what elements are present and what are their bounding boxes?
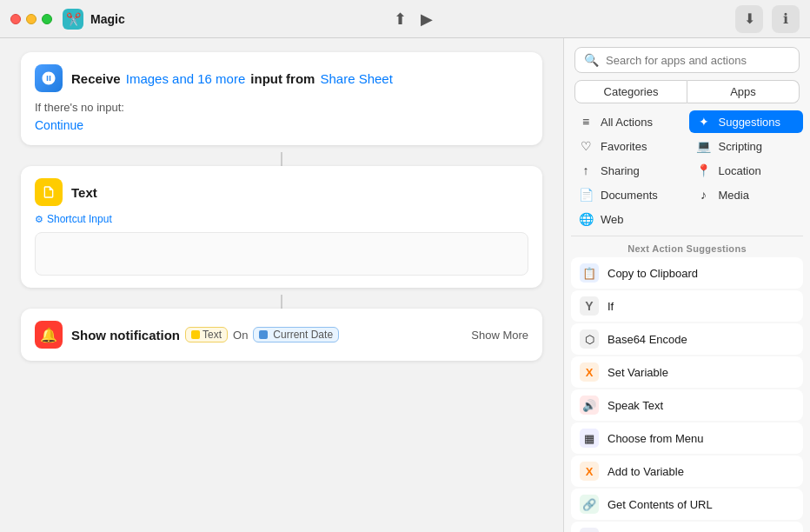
suggestion-speak-text[interactable]: 🔊 Speak Text — [571, 389, 803, 421]
set-variable-label: Set Variable — [608, 366, 668, 379]
connector-1 — [281, 152, 282, 166]
receive-card-header: Receive Images and 16 more input from Sh… — [35, 64, 528, 92]
receive-share-sheet[interactable]: Share Sheet — [320, 71, 392, 86]
category-documents[interactable]: 📄 Documents — [571, 183, 686, 206]
category-favorites[interactable]: ♡ Favorites — [571, 135, 686, 157]
no-input-label: If there's no input: — [35, 101, 528, 114]
show-more-button[interactable]: Show More — [471, 329, 528, 342]
suggestion-set-variable[interactable]: X Set Variable — [571, 356, 803, 388]
documents-label: Documents — [601, 189, 658, 202]
notification-icon: 🔔 — [35, 321, 63, 349]
text-card-label: Text — [71, 185, 97, 200]
receive-icon — [35, 64, 63, 92]
search-bar: 🔍 — [564, 38, 810, 80]
text-icon — [35, 178, 63, 206]
receive-input-from: input from — [250, 71, 315, 86]
search-icon: 🔍 — [584, 53, 599, 67]
all-actions-icon: ≡ — [578, 115, 594, 129]
speak-text-label: Speak Text — [608, 399, 663, 412]
add-variable-label: Add to Variable — [608, 465, 684, 478]
apps-toggle-button[interactable]: Apps — [687, 80, 800, 103]
documents-icon: 📄 — [578, 188, 594, 202]
shortcut-label: Shortcut Input — [47, 213, 112, 225]
maximize-button[interactable] — [42, 14, 52, 24]
title-actions: ⬆ ▶ — [394, 10, 433, 29]
receive-label: Receive — [71, 71, 121, 86]
text-card-header: Text — [35, 178, 528, 206]
upload-button[interactable]: ⬆ — [394, 10, 407, 29]
choose-menu-icon: ▦ — [580, 429, 599, 448]
location-label: Location — [719, 164, 761, 177]
if-label: If — [608, 300, 614, 313]
close-button[interactable] — [10, 14, 21, 24]
category-all-actions[interactable]: ≡ All Actions — [571, 110, 686, 133]
category-web[interactable]: 🌐 Web — [571, 208, 686, 230]
notification-card: 🔔 Show notification Text On Current Date… — [21, 309, 542, 361]
add-variable-icon: X — [580, 462, 599, 481]
right-panel: 🔍 Categories Apps ≡ All Actions ♡ Favori… — [563, 38, 810, 532]
speak-text-icon: 🔊 — [580, 396, 599, 415]
main-content: Receive Images and 16 more input from Sh… — [0, 38, 810, 532]
category-col-right: ✦ Suggestions 💻 Scripting 📍 Location ♪ M… — [689, 110, 804, 230]
scripting-icon: 💻 — [696, 139, 712, 153]
minimize-button[interactable] — [26, 14, 37, 24]
suggestion-get-url[interactable]: 🔗 Get Contents of URL — [571, 489, 803, 520]
search-input-wrapper: 🔍 — [574, 47, 800, 73]
var-badge-icon-date — [259, 330, 268, 339]
category-col-left: ≡ All Actions ♡ Favorites ↑ Sharing 📄 Do… — [571, 110, 686, 230]
copy-clipboard-icon: 📋 — [580, 263, 599, 283]
sharing-icon: ↑ — [578, 163, 594, 177]
notification-label: Show notification — [71, 328, 180, 342]
suggestions-header: Next Action Suggestions — [571, 238, 803, 257]
suggestions-icon: ✦ — [696, 115, 712, 129]
shortcut-icon: ⚙ — [35, 214, 43, 225]
get-url-icon: 🔗 — [580, 495, 599, 514]
suggestion-copy-to-clipboard[interactable]: 📋 Copy to Clipboard — [571, 257, 803, 289]
suggestions-section: Next Action Suggestions 📋 Copy to Clipbo… — [564, 238, 810, 532]
suggestion-add-to-variable[interactable]: X Add to Variable — [571, 456, 803, 487]
traffic-lights — [10, 14, 52, 24]
sharing-label: Sharing — [601, 164, 640, 177]
category-section: ≡ All Actions ♡ Favorites ↑ Sharing 📄 Do… — [564, 110, 810, 230]
media-icon: ♪ — [696, 188, 712, 202]
notification-on-label: On — [233, 329, 248, 342]
favorites-label: Favorites — [601, 140, 647, 153]
suggestion-set-name[interactable]: Ai Set Name — [571, 522, 803, 532]
app-title: Magic — [90, 12, 394, 26]
location-icon: 📍 — [696, 163, 712, 177]
shortcut-badge: ⚙ Shortcut Input — [35, 213, 528, 225]
text-variable-badge[interactable]: Text — [185, 327, 228, 342]
copy-clipboard-label: Copy to Clipboard — [608, 267, 698, 280]
date-variable-badge[interactable]: Current Date — [253, 327, 339, 342]
receive-input-link[interactable]: Images and 16 more — [126, 71, 246, 86]
section-divider — [571, 236, 803, 236]
connector-2 — [281, 295, 282, 309]
suggestion-base64[interactable]: ⬡ Base64 Encode — [571, 323, 803, 355]
if-icon: Y — [580, 296, 599, 316]
suggestion-choose-from-menu[interactable]: ▦ Choose from Menu — [571, 422, 803, 454]
get-url-label: Get Contents of URL — [608, 498, 713, 511]
continue-link[interactable]: Continue — [35, 118, 83, 132]
web-icon: 🌐 — [578, 212, 594, 226]
category-media[interactable]: ♪ Media — [689, 183, 804, 206]
category-apps-toggle: Categories Apps — [564, 80, 810, 110]
toolbar-right: ⬇ ℹ — [735, 5, 800, 33]
search-input[interactable] — [606, 54, 790, 67]
app-icon: ✂️ — [63, 9, 83, 30]
info-button[interactable]: ℹ — [772, 5, 800, 33]
categories-toggle-button[interactable]: Categories — [574, 80, 687, 103]
set-name-icon: Ai — [580, 528, 599, 532]
favorites-icon: ♡ — [578, 139, 594, 153]
receive-card: Receive Images and 16 more input from Sh… — [21, 52, 542, 145]
play-button[interactable]: ▶ — [421, 10, 433, 29]
category-suggestions[interactable]: ✦ Suggestions — [689, 110, 804, 133]
import-button[interactable]: ⬇ — [735, 5, 763, 33]
set-variable-icon: X — [580, 362, 599, 382]
category-location[interactable]: 📍 Location — [689, 159, 804, 182]
category-scripting[interactable]: 💻 Scripting — [689, 135, 804, 157]
workflow-panel: Receive Images and 16 more input from Sh… — [0, 38, 563, 532]
notification-content: Show notification Text On Current Date — [71, 327, 462, 342]
choose-menu-label: Choose from Menu — [608, 432, 704, 445]
category-sharing[interactable]: ↑ Sharing — [571, 159, 686, 182]
suggestion-if[interactable]: Y If — [571, 290, 803, 322]
